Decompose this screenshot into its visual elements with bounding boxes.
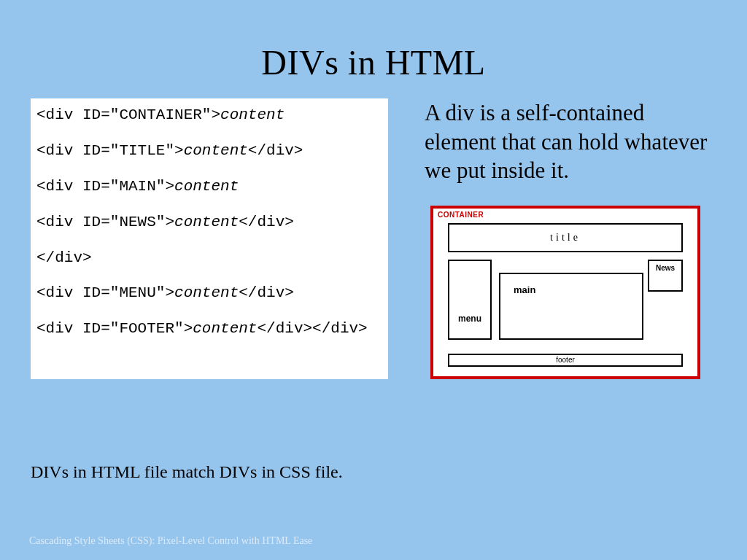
- code-tag: <div ID="CONTAINER">: [36, 106, 220, 123]
- code-example-box: <div ID="CONTAINER">content <div ID="TIT…: [31, 98, 388, 379]
- diagram-menu-box: menu: [448, 260, 492, 340]
- code-placeholder: content: [184, 142, 248, 159]
- code-tag: </div></div>: [257, 320, 367, 337]
- slide-footer: Cascading Style Sheets (CSS): Pixel-Leve…: [29, 535, 312, 547]
- slide-title: DIVs in HTML: [0, 0, 747, 98]
- code-line-footer: <div ID="FOOTER">content</div></div>: [36, 319, 382, 339]
- caption-text: DIVs in HTML file match DIVs in CSS file…: [31, 462, 343, 482]
- code-tag: <div ID="TITLE">: [36, 142, 184, 159]
- diagram-footer-box: footer: [448, 354, 683, 367]
- code-tag: <div ID="NEWS">: [36, 214, 174, 230]
- code-tag: </div>: [239, 214, 294, 230]
- code-tag: </div>: [248, 142, 303, 159]
- diagram-main-box: main: [499, 273, 643, 340]
- code-tag: </div>: [36, 249, 92, 266]
- description-text: A div is a self-contained element that c…: [409, 98, 719, 185]
- code-tag: <div ID="FOOTER">: [36, 320, 193, 337]
- content-row: <div ID="CONTAINER">content <div ID="TIT…: [0, 98, 747, 379]
- code-line-title: <div ID="TITLE">content</div>: [36, 141, 382, 161]
- code-placeholder: content: [174, 178, 239, 195]
- code-line-container: <div ID="CONTAINER">content: [36, 106, 382, 125]
- code-placeholder: content: [174, 284, 239, 301]
- code-line-main: <div ID="MAIN">content: [36, 177, 382, 197]
- code-tag: <div ID="MAIN">: [36, 178, 174, 195]
- diagram-title-box: title: [448, 223, 683, 252]
- code-placeholder: content: [174, 214, 239, 230]
- code-tag: <div ID="MENU">: [36, 284, 174, 301]
- code-line-news: <div ID="NEWS">content</div>: [36, 213, 382, 233]
- layout-diagram: CONTAINER title menu News main footer: [430, 206, 700, 379]
- diagram-container-label: CONTAINER: [438, 211, 484, 219]
- code-tag: </div>: [239, 284, 294, 301]
- right-column: A div is a self-contained element that c…: [409, 98, 719, 379]
- diagram-news-box: News: [648, 260, 683, 292]
- code-line-menu: <div ID="MENU">content</div>: [36, 284, 382, 303]
- code-line-closediv: </div>: [36, 249, 382, 268]
- code-placeholder: content: [193, 320, 257, 337]
- code-placeholder: content: [220, 106, 285, 123]
